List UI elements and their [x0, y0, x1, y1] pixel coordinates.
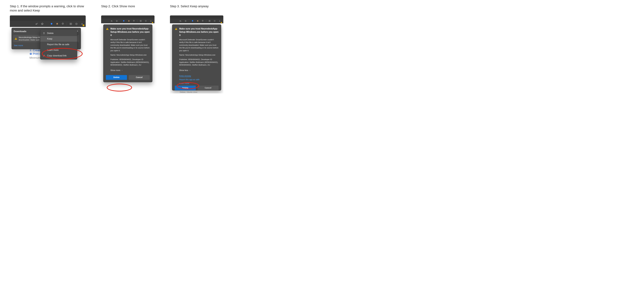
report-app-safe-link[interactable]: Report this app as safe	[179, 78, 218, 81]
ctx-copy-link-label: Copy download link	[47, 54, 66, 57]
bookmark-icon[interactable]	[196, 19, 200, 23]
chevron-down-icon	[121, 69, 123, 71]
ctx-report-safe[interactable]: Report this file as safe	[40, 42, 77, 47]
chevron-up-icon	[189, 69, 191, 71]
favorite-icon[interactable]	[40, 22, 44, 26]
downloads-icon[interactable]: !	[218, 19, 222, 23]
shield-icon-blue[interactable]	[190, 19, 194, 23]
shield-icon-blue[interactable]	[50, 22, 54, 26]
learn-more-link[interactable]: Learn more	[179, 82, 218, 85]
split-screen-icon[interactable]	[208, 19, 212, 23]
step-2-label: Step 2. Click Show more	[101, 4, 154, 13]
downloads-icon[interactable]: !	[149, 19, 153, 23]
favorite-icon[interactable]	[184, 19, 188, 23]
svg-point-4	[16, 39, 16, 39]
history-icon[interactable]	[144, 19, 148, 23]
downloads-icon[interactable]: !	[80, 22, 84, 26]
split-screen-icon[interactable]	[69, 22, 73, 26]
split-screen-icon[interactable]	[139, 19, 143, 23]
window-tabstrip	[170, 15, 223, 18]
warning-body-1: Microsoft Defender SmartScreen couldn't …	[110, 38, 150, 52]
window-tabstrip	[10, 15, 86, 21]
cancel-button[interactable]: Cancel	[198, 86, 218, 90]
warning-file-name: Name: NeurodeskApp-Setup-Windows.exe	[179, 54, 218, 56]
svg-point-12	[176, 29, 176, 29]
ctx-delete[interactable]: Delete	[40, 30, 77, 36]
read-aloud-icon[interactable]: A))	[178, 19, 182, 23]
svg-rect-10	[210, 20, 210, 21]
window-tabstrip	[101, 15, 154, 18]
show-more-toggle[interactable]: Show more	[110, 69, 123, 72]
delete-button[interactable]: Delete	[175, 86, 196, 90]
history-icon[interactable]	[213, 19, 216, 23]
read-aloud-icon[interactable]: A))	[35, 22, 39, 26]
show-less-toggle[interactable]: Show less	[179, 69, 191, 72]
extensions-icon[interactable]	[61, 22, 65, 26]
ctx-learn-more[interactable]: Learn more	[40, 47, 77, 53]
warning-icon	[175, 27, 178, 30]
download-context-menu: Delete Keep Report this file as safe Lea…	[40, 29, 77, 59]
bookmark-icon[interactable]	[127, 19, 131, 23]
warning-icon	[14, 37, 17, 40]
browser-iconbar: A)) !	[101, 18, 154, 23]
ctx-learn-more-label: Learn more	[47, 49, 58, 51]
warning-file-name: Name: NeurodeskApp-Setup-Windows.exe	[110, 54, 150, 56]
warning-publisher: Publisher: 9D5K6KM432, Developer ID Appl…	[179, 58, 218, 66]
delete-button[interactable]: Delete	[106, 75, 127, 80]
shield-icon-blue[interactable]	[122, 19, 126, 23]
warning-publisher: Publisher: 9D5K6KM432, Developer ID Appl…	[110, 58, 150, 66]
svg-rect-1	[71, 23, 72, 25]
highlight-ring-showmore	[107, 84, 132, 91]
ctx-copy-link[interactable]: Copy download link	[40, 53, 77, 58]
bookmark-icon[interactable]	[55, 22, 59, 26]
step-1-label: Step 1. If the window prompts a warning,…	[10, 4, 86, 13]
smartscreen-warning-panel-expanded: Make sure you trust NeurodeskApp-Setup-W…	[172, 24, 221, 90]
smartscreen-warning-panel: Make sure you trust NeurodeskApp-Setup-W…	[103, 24, 152, 82]
keep-anyway-link[interactable]: Keep anyway	[179, 74, 218, 77]
favorite-icon[interactable]	[115, 19, 119, 23]
svg-rect-9	[209, 20, 210, 21]
svg-rect-0	[70, 23, 71, 25]
read-aloud-icon[interactable]: A))	[110, 19, 114, 23]
warning-icon	[106, 27, 109, 30]
svg-point-8	[107, 29, 108, 29]
warning-heading: Make sure you trust NeurodeskApp-Setup-W…	[110, 27, 150, 37]
background-text: Debian, Ubuntu Linux	[180, 91, 197, 93]
step-3-label: Step 3. Select Keep anyway	[170, 4, 223, 13]
warning-body-1: Microsoft Defender SmartScreen couldn't …	[179, 38, 218, 52]
ctx-keep-label: Keep	[47, 38, 52, 40]
warning-heading: Make sure you trust NeurodeskApp-Setup-W…	[179, 27, 218, 37]
warning-badge-icon: !	[83, 24, 84, 26]
link-icon	[42, 54, 45, 57]
ctx-delete-label: Delete	[47, 32, 54, 34]
ctx-report-safe-label: Report this file as safe	[47, 43, 69, 46]
extensions-icon[interactable]	[201, 19, 205, 23]
browser-iconbar: A)) !	[170, 18, 223, 23]
svg-rect-5	[140, 20, 141, 21]
browser-iconbar: A))	[10, 21, 86, 27]
extensions-icon[interactable]	[132, 19, 136, 23]
svg-rect-6	[141, 20, 142, 21]
trash-icon	[42, 32, 45, 35]
history-icon[interactable]	[74, 22, 78, 26]
cancel-button[interactable]: Cancel	[129, 75, 150, 80]
ctx-keep[interactable]: Keep	[40, 36, 77, 42]
